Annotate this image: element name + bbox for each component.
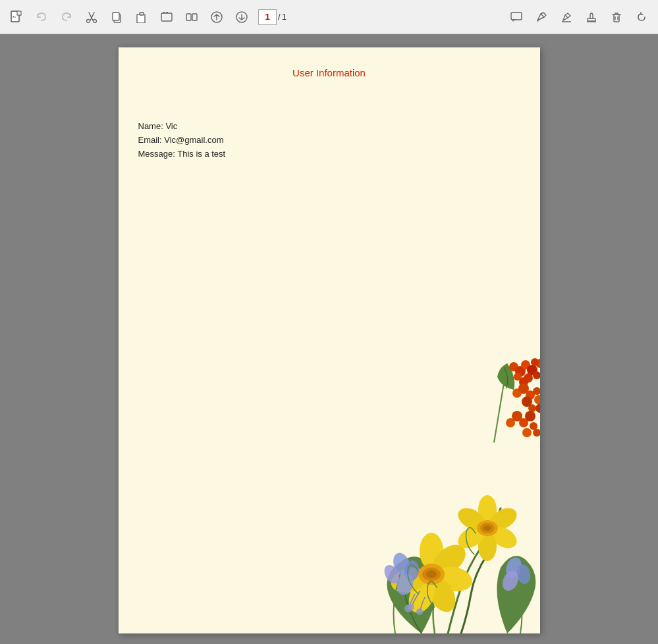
upload-button[interactable] (206, 6, 228, 28)
redo-button[interactable] (55, 6, 78, 28)
undo-button[interactable] (30, 6, 53, 28)
comment-button[interactable] (505, 6, 528, 28)
open-file-button[interactable]: Aa (5, 6, 28, 28)
cut-button[interactable] (80, 6, 103, 28)
svg-rect-16 (511, 13, 522, 20)
download-button[interactable] (231, 6, 253, 28)
svg-point-73 (408, 604, 414, 610)
svg-point-39 (483, 525, 491, 531)
screenshot-button[interactable] (155, 6, 178, 28)
delete-button[interactable] (605, 6, 628, 28)
email-line: Email: Vic@gmail.com (138, 134, 226, 148)
paste-button[interactable] (130, 6, 153, 28)
toolbar: Aa 1 / 1 (0, 0, 658, 34)
refresh-button[interactable] (630, 6, 653, 28)
highlight-button[interactable] (555, 6, 578, 28)
columns-button[interactable] (180, 6, 203, 28)
name-line: Name: Vic (138, 120, 226, 134)
svg-rect-9 (161, 13, 172, 21)
svg-rect-12 (186, 14, 191, 20)
document-title: User Information (119, 67, 540, 78)
content-area: User Information Name: Vic Email: Vic@gm… (0, 34, 658, 644)
svg-point-68 (525, 411, 535, 421)
svg-rect-6 (113, 13, 119, 20)
svg-rect-1 (17, 11, 21, 15)
svg-rect-11 (166, 12, 168, 13)
svg-rect-18 (588, 18, 595, 21)
svg-point-62 (534, 395, 540, 404)
svg-rect-7 (137, 14, 145, 23)
svg-point-64 (535, 404, 540, 413)
user-info-section: Name: Vic Email: Vic@gmail.com Message: … (138, 120, 226, 161)
svg-rect-13 (192, 14, 197, 20)
svg-point-70 (522, 428, 532, 437)
page-indicator: 1 / 1 (256, 9, 289, 25)
svg-point-56 (531, 358, 539, 366)
page-total: 1 (282, 12, 287, 22)
floral-decoration (329, 357, 540, 633)
page-separator: / (278, 12, 281, 22)
svg-text:Aa: Aa (13, 15, 16, 18)
document-page: User Information Name: Vic Email: Vic@gm… (119, 47, 540, 633)
svg-point-3 (87, 19, 90, 22)
copy-button[interactable] (105, 6, 128, 28)
message-line: Message: This is a test (138, 148, 226, 161)
svg-point-30 (426, 570, 437, 578)
page-number-input[interactable]: 1 (258, 9, 277, 25)
stamp-button[interactable] (580, 6, 603, 28)
svg-rect-10 (163, 12, 165, 13)
svg-point-4 (94, 19, 97, 22)
svg-rect-8 (140, 13, 144, 15)
svg-point-74 (416, 608, 423, 615)
pen-button[interactable] (530, 6, 553, 28)
